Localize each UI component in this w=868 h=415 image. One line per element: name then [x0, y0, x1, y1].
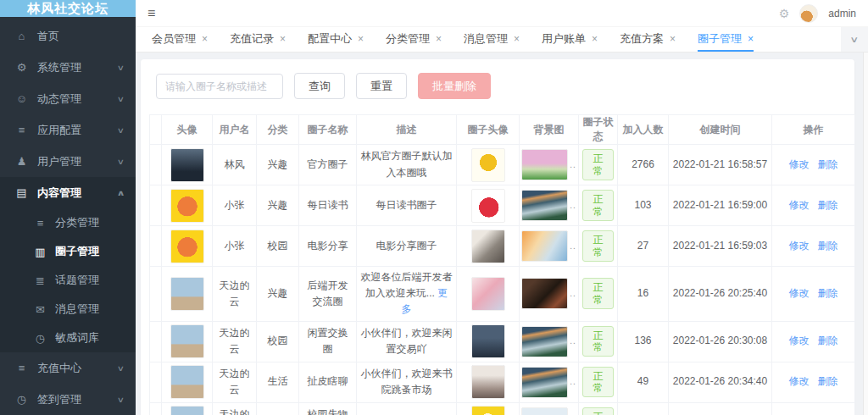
tab-label: 充值记录: [230, 31, 274, 47]
delete-link[interactable]: 删除: [818, 287, 838, 299]
sidebar-item-敏感词库[interactable]: ◷敏感词库: [0, 324, 136, 352]
admin-avatar[interactable]: [799, 4, 818, 23]
settings-gear-icon[interactable]: ⚙: [779, 7, 790, 20]
edit-link[interactable]: 修改: [789, 335, 810, 346]
column-header: 创建时间: [669, 115, 772, 145]
status-badge: 正常: [582, 230, 614, 262]
sidebar-item-动态管理[interactable]: ☺动态管理∨: [0, 83, 136, 114]
category-cell: 兴趣: [257, 267, 299, 322]
actions-cell: 修改删除: [772, 145, 855, 185]
tab-充值记录[interactable]: 充值记录×: [230, 27, 286, 52]
tab-消息管理[interactable]: 消息管理×: [464, 27, 520, 52]
category-cell: 校园: [257, 226, 299, 267]
description-cell: 每日读书圈子: [357, 185, 457, 226]
person-circle-icon: ☺: [15, 92, 28, 105]
reset-button[interactable]: 重置: [356, 73, 407, 99]
sidebar-item-用户管理[interactable]: ♟用户管理∨: [0, 146, 136, 177]
close-icon[interactable]: ×: [748, 33, 754, 45]
category-cell: 兴趣: [257, 185, 299, 226]
query-button[interactable]: 查询: [294, 73, 345, 99]
tab-圈子管理[interactable]: 圈子管理×: [698, 27, 754, 52]
circle-name-cell: 电影分享: [299, 226, 357, 267]
tab-overflow-button[interactable]: ∨: [841, 27, 868, 52]
hamburger-icon[interactable]: ≡: [147, 7, 155, 20]
sidebar-item-label: 敏感词库: [55, 330, 99, 346]
sidebar-item-应用配置[interactable]: ≡应用配置∨: [0, 114, 136, 146]
row-select-cell[interactable]: [150, 362, 162, 402]
members-count-cell: 2766: [618, 145, 669, 185]
app-layout: 林风社交论坛 ⌂首页⚙系统管理∨☺动态管理∨≡应用配置∨♟用户管理∨▤内容管理∧…: [0, 0, 868, 415]
edit-link[interactable]: 修改: [789, 199, 810, 211]
tab-充值方案[interactable]: 充值方案×: [620, 27, 676, 52]
row-select-cell[interactable]: [150, 402, 162, 415]
description-cell: 小伙伴们大家好: [357, 402, 457, 415]
sidebar-item-充值中心[interactable]: ≡充值中心∨: [0, 352, 136, 384]
row-select-cell[interactable]: [150, 267, 162, 322]
admin-username[interactable]: admin: [828, 8, 856, 19]
table-header-row: 头像 用户名 分类 圈子名称 描述 圈子头像 背景图 圈子状态 加入人数 创建时…: [150, 115, 855, 145]
delete-link[interactable]: 删除: [818, 240, 838, 252]
sidebar-item-签到管理[interactable]: ◷签到管理∨: [0, 384, 136, 415]
background-image: [521, 278, 568, 309]
tab-label: 配置中心: [308, 31, 352, 47]
status-badge: 正常: [582, 149, 614, 180]
close-icon[interactable]: ×: [358, 33, 364, 45]
description-cell: 电影分享圈子: [357, 226, 457, 267]
batch-delete-button[interactable]: 批量删除: [418, 73, 491, 99]
sidebar-item-分类管理[interactable]: ≡分类管理: [0, 208, 136, 237]
circle-avatar-image: [471, 365, 505, 399]
actions-cell: 修改删除: [772, 321, 855, 362]
edit-link[interactable]: 修改: [789, 375, 810, 387]
tab-用户账单[interactable]: 用户账单×: [542, 27, 598, 52]
filter-bar: 查询 重置 批量删除: [156, 73, 846, 99]
delete-link[interactable]: 删除: [818, 199, 838, 211]
sidebar-item-内容管理[interactable]: ▤内容管理∧: [0, 177, 136, 208]
created-time-cell: 2022-01-21 16:58:57: [669, 145, 772, 185]
tab-配置中心[interactable]: 配置中心×: [308, 27, 364, 52]
user-avatar-image: [170, 148, 204, 182]
close-icon[interactable]: ×: [514, 33, 520, 45]
page-scrollbar[interactable]: [863, 53, 868, 415]
close-icon[interactable]: ×: [592, 33, 598, 45]
sidebar-item-消息管理[interactable]: ✉消息管理: [0, 295, 136, 324]
description-text: 每日读书圈子: [376, 199, 437, 211]
sidebar-item-圈子管理[interactable]: ▥圈子管理: [0, 237, 136, 266]
select-column-header[interactable]: [150, 115, 162, 145]
category-cell: 校园: [257, 402, 299, 415]
table-row: 天边的云 校园 校园失物招领 小伙伴们大家好 .. 正常 6 2022-01-2…: [150, 402, 855, 415]
sidebar-item-系统管理[interactable]: ⚙系统管理∨: [0, 52, 136, 83]
tab-会员管理[interactable]: 会员管理×: [152, 27, 208, 52]
members-count-cell: 27: [618, 226, 669, 267]
close-icon[interactable]: ×: [670, 33, 676, 45]
chevron-icon: ∨: [117, 95, 125, 103]
row-select-cell[interactable]: [150, 321, 162, 362]
table-body: 林风 兴趣 官方圈子 林风官方圈子默认加入本圈哦 .. 正常 2766 2022…: [150, 145, 855, 415]
row-select-cell[interactable]: [150, 145, 162, 185]
tab-分类管理[interactable]: 分类管理×: [386, 27, 442, 52]
tab-label: 消息管理: [464, 31, 508, 47]
background-image: [521, 367, 568, 398]
column-header: 圈子名称: [299, 115, 357, 145]
close-icon[interactable]: ×: [202, 33, 208, 45]
members-count-cell: 103: [618, 185, 669, 226]
edit-link[interactable]: 修改: [789, 240, 810, 252]
sidebar-item-label: 首页: [37, 29, 59, 44]
delete-link[interactable]: 删除: [818, 158, 838, 170]
delete-link[interactable]: 删除: [818, 375, 838, 387]
chevron-icon: ∨: [117, 396, 125, 404]
column-header: 圈子头像: [457, 115, 520, 145]
sidebar-item-首页[interactable]: ⌂首页: [0, 20, 136, 52]
search-input[interactable]: [156, 74, 283, 99]
cover-ellipsis: ..: [570, 240, 576, 253]
close-icon[interactable]: ×: [280, 33, 286, 45]
delete-link[interactable]: 删除: [818, 335, 838, 346]
close-icon[interactable]: ×: [436, 33, 442, 45]
row-select-cell[interactable]: [150, 226, 162, 267]
sidebar-item-label: 动态管理: [37, 91, 81, 107]
sidebar-item-话题管理[interactable]: ≣话题管理: [0, 266, 136, 295]
chevron-icon: ∨: [117, 364, 125, 373]
row-select-cell[interactable]: [150, 185, 162, 226]
edit-link[interactable]: 修改: [789, 158, 810, 170]
description-cell: 小伙伴们，欢迎来闲置交易吖: [357, 321, 457, 362]
edit-link[interactable]: 修改: [789, 287, 810, 299]
